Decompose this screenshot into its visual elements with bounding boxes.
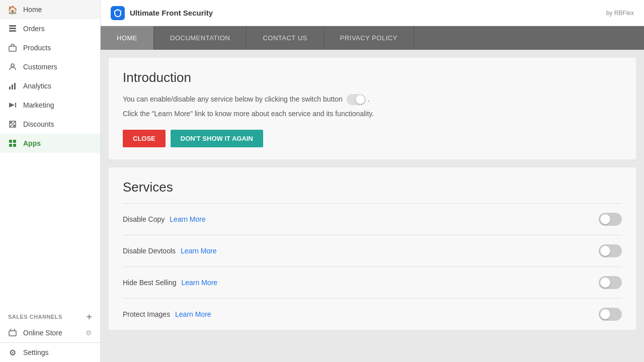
content-area: Introduction You can enable/disable any … xyxy=(101,50,644,362)
orders-icon xyxy=(8,24,17,33)
navtabs: HOME DOCUMENTATION CONTACT US PRIVACY PO… xyxy=(101,26,644,50)
sidebar-item-label: Settings xyxy=(23,348,49,356)
intro-actions: CLOSE DON'T SHOW IT AGAIN xyxy=(123,130,622,147)
sidebar-item-label: Customers xyxy=(23,63,57,71)
svg-rect-5 xyxy=(9,86,11,89)
protect-images-toggle[interactable] xyxy=(599,308,622,321)
sidebar-item-label: Discounts xyxy=(23,120,54,128)
apps-icon xyxy=(8,139,17,148)
svg-rect-2 xyxy=(9,30,16,32)
disable-devtools-learn-more[interactable]: Learn More xyxy=(181,247,217,255)
svg-rect-0 xyxy=(9,25,16,27)
svg-rect-16 xyxy=(13,144,16,147)
service-row-disable-devtools: Disable Devtools Learn More xyxy=(123,235,622,266)
services-title: Services xyxy=(123,179,622,195)
hide-best-selling-toggle[interactable] xyxy=(599,276,622,289)
sidebar-item-analytics[interactable]: Analytics xyxy=(0,76,100,96)
tab-contact[interactable]: CONTACT US xyxy=(247,26,324,50)
sidebar-item-customers[interactable]: Customers xyxy=(0,57,100,76)
svg-rect-6 xyxy=(12,84,13,89)
service-label: Disable Copy xyxy=(123,215,165,223)
sidebar-item-label: Home xyxy=(23,6,42,14)
sidebar: 🏠 Home Orders Products Customers Analyti… xyxy=(0,0,101,362)
topbar-by-label: by RBFlex xyxy=(606,10,634,17)
services-box: Services Disable Copy Learn More Disable… xyxy=(109,167,636,330)
sidebar-item-label: Analytics xyxy=(23,82,51,90)
svg-point-11 xyxy=(14,125,15,127)
svg-rect-13 xyxy=(9,140,12,143)
intro-toggle-example xyxy=(347,94,366,105)
sidebar-item-label: Orders xyxy=(23,25,45,33)
svg-rect-15 xyxy=(9,144,12,147)
service-label: Disable Devtools xyxy=(123,247,176,255)
sidebar-item-marketing[interactable]: Marketing xyxy=(0,96,100,115)
svg-rect-9 xyxy=(15,103,16,108)
hide-best-selling-learn-more[interactable]: Learn More xyxy=(182,279,218,287)
sidebar-item-home[interactable]: 🏠 Home xyxy=(0,0,100,19)
sidebar-item-label: Products xyxy=(23,44,51,52)
disable-copy-learn-more[interactable]: Learn More xyxy=(170,215,206,223)
sidebar-item-label: Marketing xyxy=(23,101,54,109)
intro-box: Introduction You can enable/disable any … xyxy=(109,58,636,159)
home-icon: 🏠 xyxy=(8,5,17,14)
sidebar-item-online-store[interactable]: Online Store ⚙ xyxy=(0,323,100,342)
products-icon xyxy=(8,43,17,52)
svg-point-4 xyxy=(11,64,14,67)
brand-icon xyxy=(111,6,125,20)
service-row-disable-copy: Disable Copy Learn More xyxy=(123,203,622,235)
dont-show-again-button[interactable]: DON'T SHOW IT AGAIN xyxy=(171,130,263,147)
svg-line-12 xyxy=(10,122,15,127)
intro-text2: Click the "Learn More" link to know more… xyxy=(123,108,622,119)
sidebar-item-products[interactable]: Products xyxy=(0,38,100,57)
service-row-hide-best-selling: Hide Best Selling Learn More xyxy=(123,266,622,298)
svg-marker-8 xyxy=(9,103,15,108)
marketing-icon xyxy=(8,101,17,110)
sales-channels-label: SALES CHANNELS xyxy=(8,314,62,320)
customers-icon xyxy=(8,62,17,71)
svg-rect-3 xyxy=(9,46,16,51)
app-brand: Ultimate Front Security xyxy=(111,6,213,20)
online-store-label: Online Store xyxy=(23,329,62,337)
disable-devtools-toggle[interactable] xyxy=(599,244,622,257)
svg-point-10 xyxy=(11,122,12,124)
tab-home[interactable]: HOME xyxy=(101,26,154,50)
protect-images-learn-more[interactable]: Learn More xyxy=(175,310,211,318)
settings-icon: ⚙ xyxy=(8,348,17,357)
close-button[interactable]: CLOSE xyxy=(123,130,166,147)
intro-title: Introduction xyxy=(123,70,622,85)
topbar: Ultimate Front Security by RBFlex xyxy=(101,0,644,26)
service-label: Hide Best Selling xyxy=(123,279,177,287)
sidebar-item-settings[interactable]: ⚙ Settings xyxy=(0,343,100,362)
intro-text1: You can enable/disable any service below… xyxy=(123,94,622,105)
online-store-settings-icon[interactable]: ⚙ xyxy=(86,329,92,337)
disable-copy-toggle[interactable] xyxy=(599,213,622,226)
svg-rect-7 xyxy=(14,83,16,89)
main-content: Ultimate Front Security by RBFlex HOME D… xyxy=(101,0,644,362)
sidebar-item-discounts[interactable]: Discounts xyxy=(0,115,100,134)
discounts-icon xyxy=(8,120,17,129)
service-label: Protect Images xyxy=(123,310,170,318)
brand-name: Ultimate Front Security xyxy=(130,9,213,17)
svg-rect-14 xyxy=(13,140,16,143)
sales-channels-section: SALES CHANNELS + xyxy=(0,307,100,323)
online-store-icon xyxy=(8,328,17,337)
tab-privacy[interactable]: PRIVACY POLICY xyxy=(324,26,414,50)
sidebar-item-apps[interactable]: Apps xyxy=(0,134,100,153)
svg-rect-1 xyxy=(9,28,16,29)
add-sales-channel-button[interactable]: + xyxy=(87,312,92,321)
sidebar-item-orders[interactable]: Orders xyxy=(0,19,100,38)
sidebar-item-label: Apps xyxy=(23,139,41,147)
tab-documentation[interactable]: DOCUMENTATION xyxy=(154,26,247,50)
service-row-protect-images: Protect Images Learn More xyxy=(123,298,622,330)
svg-rect-17 xyxy=(9,331,16,336)
analytics-icon xyxy=(8,81,17,90)
